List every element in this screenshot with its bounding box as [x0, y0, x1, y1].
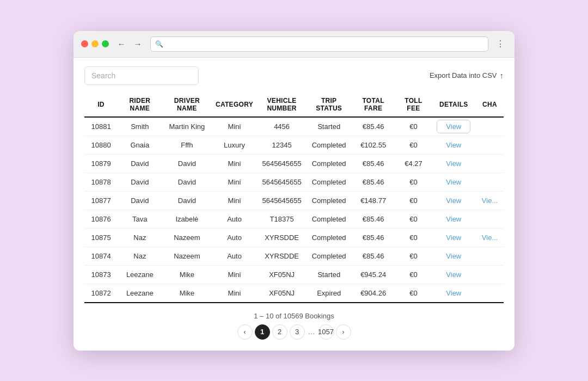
col-header-charge: CHA: [476, 93, 504, 117]
table-cell: €102.55: [351, 136, 395, 154]
col-header-vehicle: VEHICLE NUMBER: [257, 93, 307, 117]
table-cell-details: View: [432, 191, 476, 210]
table-cell: Gnaia: [118, 136, 162, 154]
browser-toolbar: ← → 🔍 ⋮: [74, 31, 514, 58]
table-cell: 10881: [84, 117, 118, 136]
export-icon: ↑: [500, 71, 504, 80]
table-cell-charge: Vie...: [476, 191, 504, 210]
traffic-light-red[interactable]: [81, 40, 88, 47]
browser-menu-icon[interactable]: ⋮: [494, 38, 507, 50]
search-input[interactable]: [84, 66, 199, 85]
pagination-next[interactable]: ›: [336, 324, 351, 340]
table-cell: Auto: [212, 228, 257, 247]
view-link[interactable]: View: [446, 271, 461, 279]
table-cell: €85.46: [351, 247, 395, 265]
pagination-controls: ‹ 1 2 3 … 1057 ›: [237, 324, 351, 340]
table-cell-details: View: [432, 247, 476, 265]
table-cell-charge: [476, 173, 504, 191]
table-row: 10875NazNazeemAutoXYRSDDECompleted€85.46…: [84, 228, 504, 247]
table-cell: 5645645655: [257, 173, 307, 191]
table-cell: €0: [395, 136, 431, 154]
view-link[interactable]: View: [446, 178, 461, 186]
table-cell: Nazeem: [162, 247, 212, 265]
pagination-page-2[interactable]: 2: [272, 324, 287, 340]
table-cell: €0: [395, 247, 431, 265]
table-cell: Auto: [212, 247, 257, 265]
table-cell: 10879: [84, 154, 118, 173]
table-cell: €85.46: [351, 173, 395, 191]
table-cell: David: [162, 154, 212, 173]
table-cell-details: View: [432, 117, 476, 136]
table-cell-details: View: [432, 154, 476, 173]
table-cell: Smith: [118, 117, 162, 136]
view-link[interactable]: View: [446, 289, 461, 297]
col-header-driver: DRIVER NAME: [162, 93, 212, 117]
table-cell: XYRSDDE: [257, 228, 307, 247]
table-cell: 10874: [84, 247, 118, 265]
col-header-rider: RIDER NAME: [118, 93, 162, 117]
table-cell-charge: Vie...: [476, 228, 504, 247]
charge-view-link[interactable]: Vie...: [482, 196, 498, 205]
charge-view-link[interactable]: Vie...: [482, 233, 498, 242]
export-button[interactable]: Export Data into CSV ↑: [430, 71, 504, 80]
table-cell: Mini: [212, 191, 257, 210]
table-cell-details: View: [432, 228, 476, 247]
table-row: 10880GnaiaFffhLuxury12345Completed€102.5…: [84, 136, 504, 154]
traffic-light-green[interactable]: [102, 40, 109, 47]
table-cell: Mini: [212, 265, 257, 284]
table-cell-charge: [476, 154, 504, 173]
pagination-page-1[interactable]: 1: [255, 324, 270, 340]
table-cell: €85.46: [351, 210, 395, 228]
table-cell-details: View: [432, 284, 476, 303]
table-cell: €85.46: [351, 154, 395, 173]
table-cell: 10877: [84, 191, 118, 210]
pagination-area: 1 – 10 of 10569 Bookings ‹ 1 2 3 … 1057 …: [84, 312, 504, 340]
table-cell: €148.77: [351, 191, 395, 210]
table-row: 10873LeezaneMikeMiniXF05NJStarted€945.24…: [84, 265, 504, 284]
table-cell: Naz: [118, 228, 162, 247]
traffic-light-yellow[interactable]: [91, 40, 99, 47]
table-row: 10878DavidDavidMini5645645655Completed€8…: [84, 173, 504, 191]
table-cell-charge: [476, 265, 504, 284]
table-cell: Martin King: [162, 117, 212, 136]
table-cell: David: [118, 154, 162, 173]
table-cell: Completed: [307, 191, 351, 210]
view-link[interactable]: View: [446, 252, 461, 260]
view-link[interactable]: View: [446, 215, 461, 223]
table-cell: Leezane: [118, 265, 162, 284]
forward-button[interactable]: →: [131, 37, 145, 51]
table-cell: €4.27: [395, 154, 431, 173]
table-cell: €0: [395, 284, 431, 303]
view-link[interactable]: View: [437, 120, 470, 133]
table-cell: 10880: [84, 136, 118, 154]
table-cell: T18375: [257, 210, 307, 228]
address-search-icon: 🔍: [155, 40, 163, 48]
table-cell: Started: [307, 265, 351, 284]
table-cell: 10875: [84, 228, 118, 247]
export-label: Export Data into CSV: [430, 71, 497, 79]
table-cell: Mike: [162, 284, 212, 303]
col-header-id: ID: [84, 93, 118, 117]
table-cell-charge: [476, 284, 504, 303]
table-cell: Mini: [212, 117, 257, 136]
view-link[interactable]: View: [446, 159, 461, 168]
pagination-page-last[interactable]: 1057: [318, 324, 334, 340]
col-header-toll: TOLL FEE: [395, 93, 431, 117]
back-button[interactable]: ←: [114, 37, 128, 51]
page-content: Export Data into CSV ↑ ID RIDER NAME DRI…: [74, 58, 514, 351]
nav-buttons: ← →: [114, 37, 145, 51]
browser-window: ← → 🔍 ⋮ Export Data into CSV ↑ ID RIDER …: [74, 31, 514, 351]
table-row: 10879DavidDavidMini5645645655Completed€8…: [84, 154, 504, 173]
pagination-prev[interactable]: ‹: [237, 324, 253, 340]
pagination-page-3[interactable]: 3: [290, 324, 305, 340]
address-bar[interactable]: 🔍: [150, 36, 488, 52]
table-cell: XF05NJ: [257, 265, 307, 284]
table-body: 10881SmithMartin KingMini4456Started€85.…: [84, 117, 504, 303]
view-link[interactable]: View: [446, 141, 461, 149]
view-link[interactable]: View: [446, 196, 461, 205]
bookings-table: ID RIDER NAME DRIVER NAME CATEGORY VEHIC…: [84, 93, 504, 303]
table-cell: David: [118, 173, 162, 191]
table-row: 10872LeezaneMikeMiniXF05NJExpired€904.26…: [84, 284, 504, 303]
view-link[interactable]: View: [446, 233, 461, 242]
col-header-status: TRIP STATUS: [307, 93, 351, 117]
